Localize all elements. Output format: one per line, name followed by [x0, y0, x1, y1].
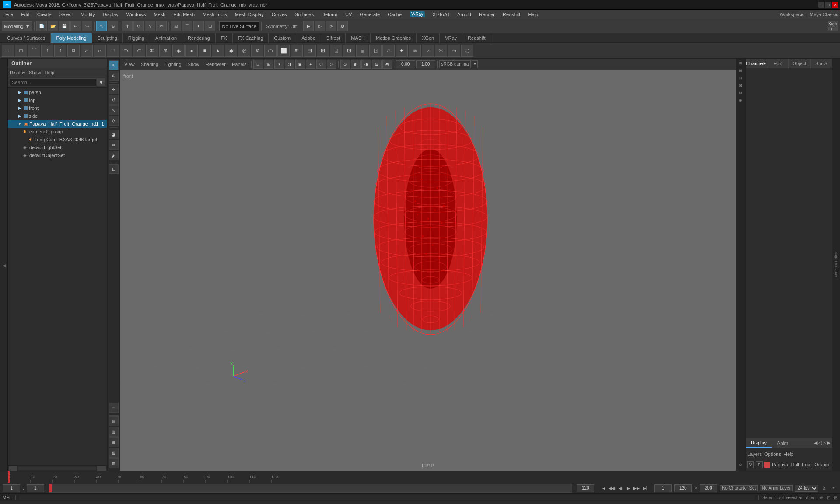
- move-tool[interactable]: ✛: [109, 84, 119, 94]
- shelf-square[interactable]: □: [15, 45, 27, 57]
- da-btn3[interactable]: ▷: [822, 440, 826, 446]
- snap-view-btn[interactable]: ⊡: [205, 21, 215, 32]
- menu-surfaces[interactable]: Surfaces: [291, 10, 317, 19]
- layer-v-btn[interactable]: V: [747, 461, 754, 468]
- vp-lights-btn[interactable]: ☀: [274, 60, 284, 69]
- redo-btn[interactable]: ↪: [82, 21, 92, 32]
- status-icon1[interactable]: ⊕: [820, 495, 823, 500]
- shelf-cyl[interactable]: ⬭: [264, 45, 276, 57]
- shelf-sphere[interactable]: ●: [186, 45, 198, 57]
- soft-mod-tool[interactable]: ◕: [109, 130, 119, 139]
- tab-xgen[interactable]: XGen: [416, 33, 440, 43]
- shelf-tool9[interactable]: ⌘: [146, 45, 158, 57]
- status-icon2[interactable]: ⊡: [827, 495, 830, 500]
- render-seq-btn[interactable]: ▷: [315, 21, 325, 32]
- play-back-btn[interactable]: ◀: [616, 484, 624, 492]
- vp-render-btn[interactable]: ◎: [327, 60, 336, 69]
- shelf-tool1[interactable]: ⌇: [41, 45, 53, 57]
- right-mini-btn5[interactable]: ⊗: [737, 89, 744, 96]
- select-tool-btn[interactable]: ↖: [96, 21, 107, 32]
- maximize-button[interactable]: □: [825, 2, 831, 8]
- layer-btn4[interactable]: ▧: [109, 448, 119, 458]
- layer-btn5[interactable]: ▨: [109, 458, 119, 468]
- da-tab-display[interactable]: Display: [746, 438, 772, 448]
- shelf-wedge[interactable]: ⌾: [409, 45, 421, 57]
- tab-sculpting[interactable]: Sculpting: [92, 33, 123, 43]
- tab-bifrost[interactable]: Bifrost: [321, 33, 346, 43]
- tab-fx[interactable]: FX: [216, 33, 233, 43]
- scroll-right-btn[interactable]: [97, 466, 106, 471]
- rotate-tool[interactable]: ↺: [109, 95, 119, 105]
- menu-cache[interactable]: Cache: [384, 10, 405, 19]
- outliner-show[interactable]: Show: [29, 70, 41, 75]
- outliner-item-default-lightset[interactable]: ◉ defaultLightSet: [8, 144, 107, 151]
- outliner-display[interactable]: Display: [10, 70, 25, 75]
- current-frame-input[interactable]: [3, 484, 20, 492]
- settings-btn[interactable]: ⚙: [820, 484, 828, 492]
- right-mini-btn3[interactable]: ⊡: [737, 74, 744, 81]
- time-slider[interactable]: [49, 484, 573, 493]
- frame-end-input[interactable]: [577, 484, 594, 492]
- shelf-merge[interactable]: ⌽: [382, 45, 395, 57]
- tab-edit[interactable]: Edit: [767, 59, 789, 68]
- vp-menu-view[interactable]: View: [122, 60, 137, 69]
- shelf-fill[interactable]: ⌼: [369, 45, 382, 57]
- scroll-left-btn[interactable]: [9, 466, 18, 471]
- vp-cam-btn[interactable]: ⊡: [253, 60, 263, 69]
- render-btn[interactable]: ▶: [303, 21, 314, 32]
- new-scene-btn[interactable]: 📄: [36, 21, 47, 32]
- vp-icon3[interactable]: ◑: [361, 60, 371, 69]
- step-back-btn[interactable]: ◀◀: [608, 484, 616, 492]
- shelf-bevel[interactable]: ⌺: [330, 45, 342, 57]
- shelf-box[interactable]: ■: [199, 45, 211, 57]
- tab-custom[interactable]: Custom: [269, 33, 296, 43]
- tab-rendering[interactable]: Rendering: [182, 33, 216, 43]
- da-btn1[interactable]: ◀: [814, 440, 817, 446]
- layers-help[interactable]: Help: [784, 452, 794, 457]
- menu-windows[interactable]: Windows: [123, 10, 150, 19]
- menu-edit-mesh[interactable]: Edit Mesh: [170, 10, 198, 19]
- menu-mesh[interactable]: Mesh: [150, 10, 169, 19]
- layer-btn2[interactable]: ▥: [109, 427, 119, 437]
- vp-grid-btn[interactable]: ⊞: [264, 60, 273, 69]
- range-end-input[interactable]: [674, 484, 692, 492]
- shelf-cone[interactable]: ▲: [212, 45, 224, 57]
- no-anim-layer-badge[interactable]: No Anim Layer: [760, 485, 793, 491]
- menu-mesh-tools[interactable]: Mesh Tools: [199, 10, 230, 19]
- layer-btn1[interactable]: ▤: [109, 416, 119, 426]
- shelf-tool7[interactable]: ⊃: [120, 45, 132, 57]
- da-tab-anim[interactable]: Anim: [772, 438, 793, 448]
- menu-3dtoall[interactable]: 3DToAll: [429, 10, 453, 19]
- search-expand-btn[interactable]: ▼: [97, 78, 105, 86]
- right-mini-btn-bottom[interactable]: ⊙: [737, 461, 744, 468]
- vp-shadow-btn[interactable]: ◑: [285, 60, 294, 69]
- select-tool[interactable]: ↖: [109, 60, 119, 70]
- universal-tool[interactable]: ⟳: [109, 116, 119, 126]
- shelf-tool4[interactable]: ⌐: [80, 45, 93, 57]
- layer-p-btn[interactable]: P: [756, 461, 762, 468]
- vp-icon4[interactable]: ◒: [372, 60, 382, 69]
- sign-in-btn[interactable]: Sign In: [828, 21, 838, 32]
- outliner-item-papaya[interactable]: ▼ ▣ Papaya_Half_Fruit_Orange_nd1_1: [8, 120, 107, 128]
- vp-menu-panels[interactable]: Panels: [229, 60, 249, 69]
- minimize-button[interactable]: ─: [818, 2, 824, 8]
- shelf-target-weld[interactable]: ⌿: [422, 45, 434, 57]
- outliner-item-default-objectset[interactable]: ◉ defaultObjectSet: [8, 151, 107, 159]
- shelf-tool2[interactable]: ⌇: [54, 45, 66, 57]
- snap-point-btn[interactable]: •: [193, 21, 204, 32]
- scale-btn[interactable]: ⤡: [145, 21, 155, 32]
- menu-render[interactable]: Render: [476, 10, 498, 19]
- outliner-item-tempcam[interactable]: ✱ TempCamFBXASC046Target: [8, 136, 107, 144]
- da-btn4[interactable]: ▶: [827, 440, 830, 446]
- layer-color-swatch[interactable]: [764, 462, 770, 468]
- go-end-btn[interactable]: ▶|: [641, 484, 649, 492]
- range-max-input[interactable]: [700, 484, 717, 492]
- right-mini-btn6[interactable]: ⊕: [737, 97, 744, 104]
- vp-texture-btn[interactable]: ⬡: [316, 60, 326, 69]
- num-field-1[interactable]: 0.00: [396, 60, 415, 68]
- shelf-subdiv[interactable]: ⊟: [304, 45, 316, 57]
- tab-animation[interactable]: Animation: [150, 33, 182, 43]
- paint-select-tool[interactable]: ⊕: [109, 71, 119, 80]
- frame-start-input[interactable]: [27, 484, 44, 492]
- menu-create[interactable]: Create: [34, 10, 55, 19]
